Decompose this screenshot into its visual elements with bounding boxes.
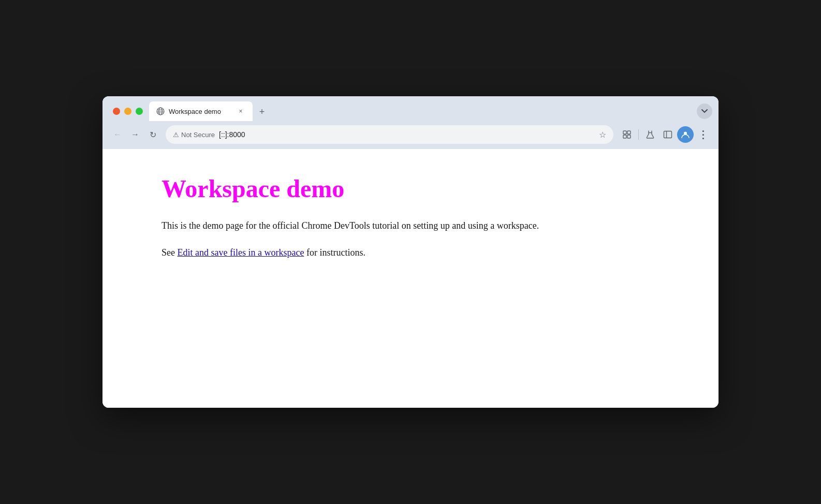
globe-icon xyxy=(156,107,165,115)
workspace-link[interactable]: Edit and save files in a workspace xyxy=(178,247,304,258)
reload-button[interactable]: ↻ xyxy=(145,127,160,142)
minimize-traffic-light[interactable] xyxy=(124,108,131,115)
chevron-down-icon xyxy=(701,109,708,113)
page-paragraph-1: This is the demo page for the official C… xyxy=(162,218,719,233)
browser-window: Workspace demo × + ← → xyxy=(102,96,719,408)
labs-icon xyxy=(645,129,655,140)
address-row: ← → ↻ ⚠ Not Secure [::]:8000 ☆ xyxy=(102,121,719,149)
not-secure-badge: ⚠ Not Secure xyxy=(173,131,215,139)
address-bar[interactable]: ⚠ Not Secure [::]:8000 ☆ xyxy=(166,125,613,144)
tab-close-button[interactable]: × xyxy=(236,107,245,116)
profile-avatar-button[interactable] xyxy=(677,126,694,143)
back-button[interactable]: ← xyxy=(110,127,125,142)
maximize-traffic-light[interactable] xyxy=(136,108,143,115)
tab-row-right xyxy=(697,103,712,121)
bookmark-star-button[interactable]: ☆ xyxy=(599,130,606,140)
svg-rect-6 xyxy=(627,131,631,134)
forward-button[interactable]: → xyxy=(127,127,143,142)
sidebar-button[interactable] xyxy=(659,126,676,143)
kebab-menu-icon: ⋮ xyxy=(698,128,708,141)
active-tab[interactable]: Workspace demo × xyxy=(149,101,253,121)
new-tab-button[interactable]: + xyxy=(255,105,269,119)
page-heading: Workspace demo xyxy=(162,174,719,204)
paragraph2-prefix: See xyxy=(162,247,178,258)
not-secure-label: Not Secure xyxy=(181,131,215,139)
extensions-button[interactable] xyxy=(619,126,635,143)
avatar-icon xyxy=(681,130,690,139)
tab-dropdown-button[interactable] xyxy=(697,103,712,119)
traffic-lights xyxy=(109,105,147,121)
toolbar-buttons: ⋮ xyxy=(619,126,711,143)
url-text: [::]:8000 xyxy=(219,130,595,139)
sidebar-icon xyxy=(663,129,673,140)
warning-icon: ⚠ xyxy=(173,131,179,139)
toolbar-divider xyxy=(638,129,639,140)
tab-title: Workspace demo xyxy=(169,108,232,115)
paragraph2-suffix: for instructions. xyxy=(304,247,365,258)
svg-rect-8 xyxy=(627,135,631,138)
page-paragraph-2: See Edit and save files in a workspace f… xyxy=(162,245,719,260)
tab-row: Workspace demo × + xyxy=(102,96,719,121)
svg-rect-10 xyxy=(664,131,672,138)
extensions-icon xyxy=(622,129,632,140)
more-options-button[interactable]: ⋮ xyxy=(695,126,711,143)
page-content: Workspace demo This is the demo page for… xyxy=(102,149,719,408)
title-bar: Workspace demo × + ← → xyxy=(102,96,719,149)
close-traffic-light[interactable] xyxy=(113,108,120,115)
svg-rect-5 xyxy=(623,131,626,134)
labs-button[interactable] xyxy=(642,126,658,143)
svg-rect-7 xyxy=(623,135,626,138)
